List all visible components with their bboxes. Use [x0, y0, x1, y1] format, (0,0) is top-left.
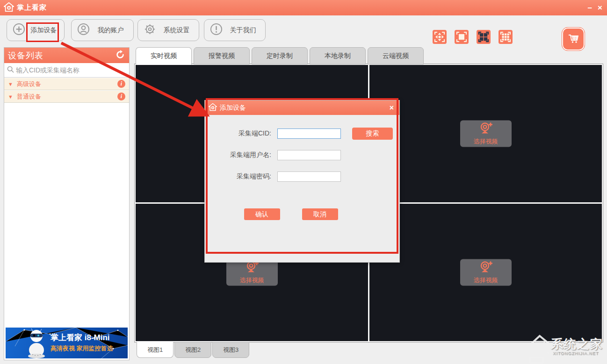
system-settings-button[interactable]: 系统设置: [137, 19, 199, 41]
password-field-row: 采集端密码:: [205, 171, 399, 182]
app-home-icon: [4, 2, 14, 14]
tab-label: 本地录制: [325, 52, 351, 60]
username-field-row: 采集端用户名:: [205, 150, 399, 161]
cancel-button[interactable]: 取消: [302, 208, 338, 220]
dialog-title: 添加设备: [220, 104, 388, 112]
grid-3x3-layout-icon[interactable]: [499, 30, 513, 44]
cid-field-row: 采集端CID: 搜索: [205, 128, 399, 139]
tab-scheduled-recording[interactable]: 定时录制: [252, 47, 308, 64]
tab-live-video[interactable]: 实时视频: [136, 47, 192, 65]
shop-cart-button[interactable]: [562, 27, 585, 51]
sidebar-group-advanced-devices[interactable]: ▼ 高级设备 i: [4, 78, 129, 90]
webcam-plus-icon: [478, 122, 494, 136]
username-label: 采集端用户名:: [205, 151, 271, 159]
shopping-cart-icon: [566, 31, 580, 47]
select-video-button[interactable]: 选择视频: [460, 259, 512, 286]
device-list-header: 设备列表: [4, 48, 129, 63]
select-video-label: 选择视频: [474, 137, 498, 146]
group-label: 普通设备: [17, 93, 117, 101]
device-search-box: [4, 63, 129, 78]
user-icon: [77, 23, 90, 37]
info-icon[interactable]: i: [117, 80, 125, 88]
select-video-label: 选择视频: [474, 276, 498, 285]
tab-label: 实时视频: [151, 52, 177, 60]
view-tab-2[interactable]: 视图2: [174, 342, 211, 358]
tab-label: 定时录制: [267, 52, 293, 60]
plus-circle-icon: [13, 23, 25, 37]
view-tab-label: 视图3: [223, 346, 238, 354]
search-input[interactable]: [16, 66, 126, 74]
view-tab-1[interactable]: 视图1: [137, 342, 173, 358]
app-title: 掌上看家: [17, 3, 47, 12]
webcam-plus-icon: [478, 261, 494, 275]
my-account-label: 我的账户: [93, 26, 130, 35]
dialog-close-icon[interactable]: ×: [388, 104, 396, 112]
tab-local-recording[interactable]: 本地录制: [310, 47, 366, 64]
add-device-label: 添加设备: [26, 26, 64, 35]
video-cell-bottom-right[interactable]: 选择视频: [369, 204, 602, 341]
view-tab-label: 视图1: [147, 346, 163, 354]
view-tab-label: 视图2: [185, 346, 201, 354]
password-label: 采集端密码:: [205, 172, 271, 181]
my-account-button[interactable]: 我的账户: [71, 19, 134, 41]
refresh-icon[interactable]: [115, 50, 125, 62]
add-device-dialog: 添加设备 × 采集端CID: 搜索 采集端用户名: 采集端密码: 确认 取消: [204, 100, 400, 263]
password-input[interactable]: [277, 171, 341, 182]
search-button[interactable]: 搜索: [352, 128, 393, 140]
cid-input[interactable]: [277, 128, 341, 139]
cid-label: 采集端CID:: [205, 129, 271, 138]
gear-icon: [144, 23, 156, 37]
device-list-title: 设备列表: [8, 50, 115, 61]
confirm-button[interactable]: 确认: [244, 208, 280, 220]
exclamation-icon: [210, 23, 223, 37]
system-settings-label: 系统设置: [159, 26, 196, 35]
about-us-label: 关于我们: [225, 26, 263, 35]
tab-label: 云端视频: [383, 52, 409, 60]
chevron-down-icon: ▼: [8, 81, 13, 87]
select-video-button[interactable]: 选择视频: [226, 259, 278, 286]
dialog-body: 采集端CID: 搜索 采集端用户名: 采集端密码: 确认 取消: [205, 115, 399, 220]
info-icon[interactable]: i: [117, 93, 125, 100]
group-label: 高级设备: [17, 80, 117, 88]
video-cell-top-right[interactable]: 选择视频: [369, 65, 602, 202]
view-tab-3[interactable]: 视图3: [212, 342, 249, 358]
dialog-header[interactable]: 添加设备 ×: [205, 100, 399, 115]
view-layout-controls: [433, 30, 513, 44]
dialog-actions: 确认 取消: [205, 208, 399, 220]
close-button[interactable]: ×: [598, 4, 602, 12]
fullscreen-layout-icon[interactable]: [433, 30, 447, 44]
ad-title: 掌上看家 i8-Mini: [51, 332, 110, 343]
minimize-button[interactable]: –: [588, 4, 592, 12]
select-video-button[interactable]: 选择视频: [460, 121, 512, 147]
grid-2x2-layout-icon[interactable]: [477, 30, 491, 44]
ad-banner[interactable]: 掌上看家 i8-Mini 高清夜视 家用监控首选: [6, 328, 128, 358]
chevron-down-icon: ▼: [8, 94, 13, 100]
single-view-layout-icon[interactable]: [455, 30, 469, 44]
search-icon: [7, 66, 14, 75]
add-device-button[interactable]: 添加设备: [7, 19, 65, 41]
watermark-url: XITONGZHIJIA.NET: [553, 351, 599, 356]
tab-cloud-video[interactable]: 云端视频: [368, 47, 424, 64]
select-video-label: 选择视频: [240, 276, 264, 285]
device-sidebar: 设备列表 ▼ 高级设备 i ▼ 普通设备 i: [4, 47, 130, 360]
username-input[interactable]: [277, 150, 341, 160]
webcam-plus-icon: [244, 261, 260, 275]
ad-subtitle: 高清夜视 家用监控首选: [51, 344, 113, 353]
dialog-home-icon: [209, 103, 217, 113]
tab-alarm-video[interactable]: 报警视频: [194, 47, 250, 64]
sidebar-group-normal-devices[interactable]: ▼ 普通设备 i: [4, 90, 129, 103]
tab-label: 报警视频: [209, 52, 235, 60]
title-bar: 掌上看家 – ×: [0, 0, 607, 15]
about-us-button[interactable]: 关于我们: [204, 19, 266, 41]
